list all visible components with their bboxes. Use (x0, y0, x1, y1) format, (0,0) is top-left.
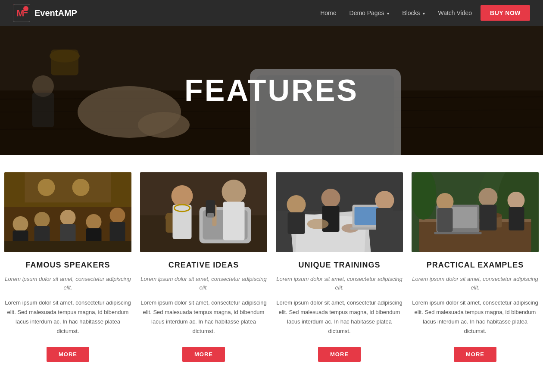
brand-logo[interactable]: M EventAMP (13, 4, 77, 22)
feature-image-4 (412, 172, 539, 252)
more-button-1[interactable]: MORE (47, 347, 89, 362)
feature-title-3: UNIQUE TRAININGS (298, 261, 380, 270)
more-button-3[interactable]: MORE (318, 347, 361, 362)
more-button-2[interactable]: MORE (182, 347, 225, 362)
feature-image-2 (140, 172, 267, 252)
nav-link-demo[interactable]: Demo Pages ▾ (350, 9, 390, 16)
svg-text:M: M (16, 8, 24, 19)
svg-rect-51 (140, 172, 267, 252)
navbar: M EventAMP Home Demo Pages ▾ Blocks ▾ Wa… (0, 0, 543, 26)
svg-point-2 (23, 6, 28, 11)
features-grid: FAMOUS SPEAKERS Lorem ipsum dolor sit am… (4, 172, 539, 362)
svg-rect-87 (412, 172, 539, 252)
feature-body-3: Lorem ipsum dolor sit amet, consectetur … (276, 298, 403, 336)
feature-body-2: Lorem ipsum dolor sit amet, consectetur … (140, 298, 267, 336)
feature-image-3 (276, 172, 403, 252)
nav-item-home[interactable]: Home (320, 9, 336, 17)
hero-title: FEATURES (184, 73, 359, 108)
feature-subtitle-3: Lorem ipsum dolor sit amet, consectetur … (276, 275, 403, 292)
feature-image-1 (4, 172, 131, 252)
feature-title-4: PRACTICAL EXAMPLES (427, 261, 524, 270)
feature-card-3: UNIQUE TRAININGS Lorem ipsum dolor sit a… (276, 172, 403, 362)
nav-item-demo[interactable]: Demo Pages ▾ (350, 9, 390, 17)
chevron-down-icon: ▾ (423, 11, 425, 16)
svg-rect-35 (4, 172, 131, 252)
nav-link-blocks[interactable]: Blocks ▾ (402, 9, 425, 16)
more-button-4[interactable]: MORE (454, 347, 496, 362)
nav-link-home[interactable]: Home (320, 9, 336, 16)
feature-title-1: FAMOUS SPEAKERS (25, 261, 110, 270)
buy-now-button[interactable]: BUY NOW (481, 5, 530, 21)
svg-rect-3 (24, 12, 28, 13)
feature-card-1: FAMOUS SPEAKERS Lorem ipsum dolor sit am… (4, 172, 131, 362)
nav-link-watch[interactable]: Watch Video (438, 9, 472, 16)
brand-name: EventAMP (34, 8, 77, 18)
feature-card-2: CREATIVE IDEAS Lorem ipsum dolor sit ame… (140, 172, 267, 362)
feature-card-4: PRACTICAL EXAMPLES Lorem ipsum dolor sit… (412, 172, 539, 362)
nav-item-watch[interactable]: Watch Video (438, 9, 472, 17)
feature-subtitle-2: Lorem ipsum dolor sit amet, consectetur … (140, 275, 267, 292)
feature-body-1: Lorem ipsum dolor sit amet, consectetur … (4, 298, 131, 336)
features-section: FAMOUS SPEAKERS Lorem ipsum dolor sit am… (0, 155, 543, 379)
svg-rect-68 (276, 172, 403, 252)
logo-icon: M (13, 4, 30, 22)
feature-title-2: CREATIVE IDEAS (169, 261, 239, 270)
feature-body-4: Lorem ipsum dolor sit amet, consectetur … (412, 298, 539, 336)
chevron-down-icon: ▾ (387, 11, 389, 16)
feature-subtitle-4: Lorem ipsum dolor sit amet, consectetur … (412, 275, 539, 292)
hero-banner: FEATURES (0, 26, 543, 155)
nav-item-blocks[interactable]: Blocks ▾ (402, 9, 425, 17)
nav-links: Home Demo Pages ▾ Blocks ▾ Watch Video (320, 9, 472, 17)
feature-subtitle-1: Lorem ipsum dolor sit amet, consectetur … (4, 275, 131, 292)
